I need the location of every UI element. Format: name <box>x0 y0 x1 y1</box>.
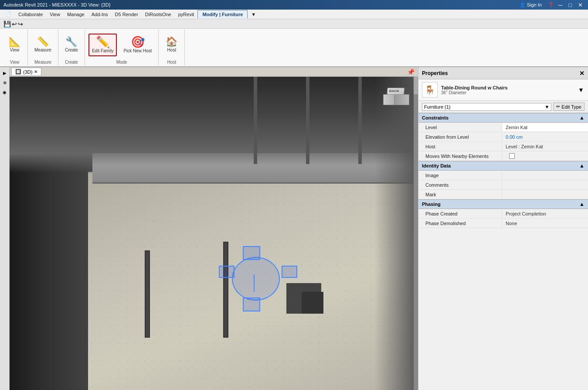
app-title: Autodesk Revit 2021 - MIESXXXX - 3D View… <box>3 2 111 7</box>
identity-collapse-icon: ▲ <box>579 163 585 169</box>
identity-label: Identity Data <box>422 163 451 168</box>
quick-access-redo[interactable]: ↪ <box>18 21 23 27</box>
menu-view[interactable]: View <box>46 11 64 18</box>
viewport-tab-3d[interactable]: 🔲 (3D) ✕ <box>11 68 41 76</box>
prop-phase-demolished-label: Phase Demolished <box>418 219 502 227</box>
door-frame-1 <box>145 250 150 338</box>
pick-host-label: Pick New Host <box>123 48 152 54</box>
sidebar-btn-1[interactable]: ▶ <box>1 69 9 77</box>
edit-family-label: Edit Family <box>92 48 113 54</box>
edit-type-button[interactable]: ✏ Edit Type <box>553 103 585 111</box>
create-label: Create <box>65 48 78 53</box>
chair-left <box>219 266 235 278</box>
view-icon1: 📐 <box>9 37 20 47</box>
element-info: Table-Dining Round w Chairs 36" Diameter <box>441 85 574 95</box>
left-sidebar: ▶ ⊕ ◉ <box>0 67 10 390</box>
prop-level-value[interactable]: Zemin Kat <box>502 123 588 131</box>
host-btn[interactable]: 🏠 Host <box>163 35 180 55</box>
element-icon-glyph: 🪑 <box>425 85 435 95</box>
edit-type-icon: ✏ <box>556 104 560 109</box>
quick-access-save[interactable]: 💾 <box>3 21 11 27</box>
measure-label: Measure <box>34 48 51 53</box>
menu-modify-furniture[interactable]: Modify | Furniture <box>197 10 248 18</box>
main-area: ▶ ⊕ ◉ 🔲 (3D) ✕ 📌 <box>0 67 588 390</box>
quick-access-undo[interactable]: ↩ <box>12 21 17 27</box>
viewport-tab-close[interactable]: ✕ <box>34 69 37 74</box>
maximize-btn[interactable]: □ <box>567 2 574 8</box>
moves-checkbox[interactable] <box>509 153 515 159</box>
prop-mark-value[interactable] <box>502 193 588 196</box>
section-constraints[interactable]: Constraints ▲ <box>418 113 588 123</box>
prop-comments: Comments <box>418 180 588 190</box>
prop-phase-demolished-value[interactable]: None <box>502 219 588 227</box>
menu-addins[interactable]: Add-Ins <box>88 11 112 18</box>
table-leg <box>254 274 255 292</box>
create-btn[interactable]: 🔧 Create <box>62 35 81 55</box>
dark-furniture-2 <box>302 292 323 314</box>
element-type: 36" Diameter <box>441 90 574 95</box>
close-btn[interactable]: ✕ <box>576 2 585 8</box>
prop-comments-label: Comments <box>418 181 502 189</box>
sidebar-btn-2[interactable]: ⊕ <box>1 79 9 86</box>
pick-host-icon: 🎯 <box>131 36 145 48</box>
help-icon[interactable]: ❓ <box>548 2 554 8</box>
minimize-btn[interactable]: ─ <box>557 2 564 8</box>
prop-mark: Mark <box>418 190 588 199</box>
view-label1: View <box>10 48 20 53</box>
prop-elevation-value[interactable]: 0.00 cm <box>502 133 588 141</box>
phasing-collapse-icon: ▲ <box>579 201 585 207</box>
menu-diroots[interactable]: DiRootsOne <box>142 11 175 18</box>
ribbon-group-view: 📐 View View <box>2 30 28 65</box>
nav-cube[interactable]: BACK <box>383 81 414 112</box>
wall-right <box>374 77 418 390</box>
element-name: Table-Dining Round w Chairs <box>441 85 574 90</box>
scrollbar-thumb-v[interactable] <box>414 77 418 94</box>
sidebar-btn-3[interactable]: ◉ <box>1 88 9 96</box>
constraints-collapse-icon: ▲ <box>579 115 585 121</box>
viewport-tab-icon: 🔲 <box>15 69 21 75</box>
3d-viewport[interactable]: BACK <box>10 77 418 390</box>
ribbon-group-mode: ✏️ Edit Family 🎯 Pick New Host Mode <box>85 30 159 65</box>
prop-image-value[interactable] <box>502 174 588 177</box>
element-type-dropdown[interactable]: ▼ <box>578 86 585 93</box>
menu-extras[interactable]: ▼ <box>248 11 259 18</box>
prop-phase-demolished: Phase Demolished None <box>418 219 588 228</box>
properties-title: Properties <box>422 70 448 76</box>
ribbon-group-measure: 📏 Measure Measure <box>28 30 58 65</box>
type-dropdown[interactable]: Furniture (1) ▼ <box>422 103 551 111</box>
viewport-container: 🔲 (3D) ✕ 📌 <box>10 67 418 390</box>
section-identity[interactable]: Identity Data ▲ <box>418 161 588 171</box>
edit-type-label: Edit Type <box>561 104 581 109</box>
furniture-item <box>219 244 297 314</box>
menu-file[interactable]: 📄 <box>2 10 15 18</box>
section-phasing[interactable]: Phasing ▲ <box>418 199 588 209</box>
cube-right-face <box>394 94 409 105</box>
menu-manage[interactable]: Manage <box>64 11 88 18</box>
menu-pyrevit[interactable]: pyRevit <box>175 11 198 18</box>
edit-family-button[interactable]: ✏️ Edit Family <box>88 34 117 56</box>
viewport-scrollbar-v[interactable] <box>414 77 418 390</box>
prop-host-value: Level : Zemin Kat <box>502 143 588 151</box>
menu-d5render[interactable]: D5 Render <box>112 11 142 18</box>
window-frame-3 <box>358 77 362 164</box>
viewport-pin-btn[interactable]: 📌 <box>405 68 416 75</box>
properties-close-btn[interactable]: ✕ <box>579 70 585 77</box>
prop-level: Level Zemin Kat <box>418 123 588 132</box>
type-dropdown-label: Furniture (1) <box>424 104 451 109</box>
prop-elevation: Elevation from Level 0.00 cm <box>418 132 588 142</box>
measure-icon: 📏 <box>37 37 49 47</box>
prop-mark-label: Mark <box>418 191 502 198</box>
pick-new-host-button[interactable]: 🎯 Pick New Host <box>120 34 155 56</box>
view-group-btn1[interactable]: 📐 View <box>6 35 24 55</box>
prop-comments-value[interactable] <box>502 184 588 186</box>
ribbon-content: 📐 View View 📏 Measure Measure 🔧 Create <box>0 29 588 66</box>
menu-collaborate[interactable]: Collaborate <box>15 11 46 18</box>
nav-cube-inner[interactable]: BACK <box>383 81 409 107</box>
measure-btn[interactable]: 📏 Measure <box>31 35 54 55</box>
prop-image-label: Image <box>418 171 502 179</box>
prop-phase-created: Phase Created Project Completion <box>418 209 588 219</box>
prop-phase-created-value[interactable]: Project Completion <box>502 210 588 218</box>
view-group-label: View <box>10 60 20 65</box>
create-icon: 🔧 <box>65 37 77 47</box>
sign-in[interactable]: 👤 Sign In <box>520 2 542 8</box>
